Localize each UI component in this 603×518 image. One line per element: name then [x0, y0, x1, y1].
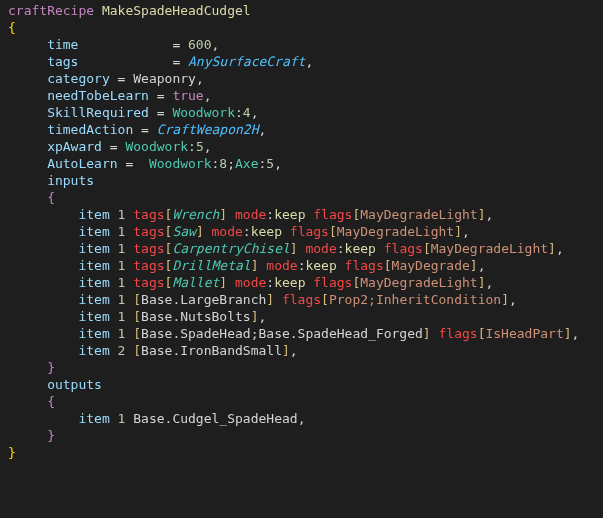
- prop-timed: timedAction: [47, 122, 133, 137]
- val-auto-l2: 5: [266, 156, 274, 171]
- val-category: Weaponry: [133, 71, 196, 86]
- val-timed: CraftWeapon2H: [157, 122, 259, 137]
- prop-category: category: [47, 71, 110, 86]
- output-item: Base.Cudgel_SpadeHead: [133, 411, 297, 426]
- keyword-craftrecipe: craftRecipe: [8, 3, 94, 18]
- inputs-label: inputs: [47, 173, 94, 188]
- val-xp-lvl: 5: [196, 139, 204, 154]
- val-auto-l1: 8: [219, 156, 227, 171]
- prop-time: time: [47, 37, 78, 52]
- code-block: craftRecipe MakeSpadeHeadCudgel { time =…: [0, 0, 603, 461]
- val-auto-s1: Woodwork: [149, 156, 212, 171]
- val-skill: Woodwork: [172, 105, 235, 120]
- recipe-name: MakeSpadeHeadCudgel: [102, 3, 251, 18]
- item-kw: item: [78, 207, 109, 222]
- val-xp-skill: Woodwork: [125, 139, 188, 154]
- prop-xp: xpAward: [47, 139, 102, 154]
- prop-skill: SkillRequired: [47, 105, 149, 120]
- prop-tags: tags: [47, 54, 78, 69]
- prop-auto: AutoLearn: [47, 156, 117, 171]
- val-skill-lvl: 4: [243, 105, 251, 120]
- outputs-label: outputs: [47, 377, 102, 392]
- val-learn: true: [172, 88, 203, 103]
- val-tags: AnySurfaceCraft: [188, 54, 305, 69]
- val-auto-s2: Axe: [235, 156, 258, 171]
- prop-learn: needTobeLearn: [47, 88, 149, 103]
- val-time: 600: [188, 37, 211, 52]
